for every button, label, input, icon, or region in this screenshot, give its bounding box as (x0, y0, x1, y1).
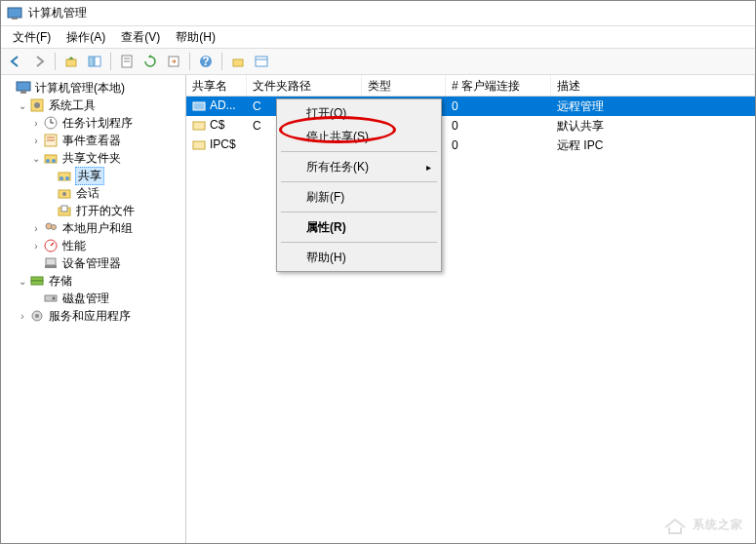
tree-open-files[interactable]: 打开的文件 (3, 202, 183, 219)
expand-icon[interactable]: › (30, 223, 42, 234)
svg-rect-14 (17, 82, 30, 91)
users-icon (43, 220, 59, 236)
svg-point-29 (65, 176, 69, 180)
expand-icon[interactable]: › (17, 311, 28, 322)
svg-point-43 (53, 297, 56, 300)
col-path[interactable]: 文件夹路径 (247, 75, 362, 96)
tree-services-apps[interactable]: › 服务和应用程序 (3, 307, 183, 325)
cell-clients: 0 (446, 136, 551, 154)
col-name[interactable]: 共享名 (186, 75, 247, 96)
forward-button[interactable] (28, 51, 50, 72)
collapse-icon[interactable]: ⌄ (17, 276, 28, 287)
ctx-separator (281, 212, 437, 213)
expand-icon[interactable]: › (30, 241, 42, 252)
menu-file[interactable]: 文件(F) (5, 27, 59, 48)
col-type[interactable]: 类型 (362, 75, 446, 96)
help-button[interactable]: ? (195, 51, 217, 72)
svg-rect-48 (193, 141, 205, 149)
refresh-button[interactable] (139, 51, 161, 72)
toolbar-separator (189, 53, 190, 70)
toolbar-separator (221, 53, 222, 70)
menu-view[interactable]: 查看(V) (113, 27, 168, 48)
tree-local-users[interactable]: › 本地用户和组 (3, 219, 183, 237)
cell-desc: 默认共享 (551, 116, 755, 136)
svg-rect-46 (193, 102, 205, 110)
col-clients[interactable]: # 客户端连接 (446, 75, 551, 96)
svg-rect-15 (20, 91, 26, 94)
tree-root[interactable]: 计算机管理(本地) (3, 79, 183, 97)
collapse-icon[interactable]: ⌄ (17, 100, 28, 111)
device-icon (43, 255, 59, 271)
svg-rect-39 (45, 265, 57, 268)
event-icon (43, 133, 59, 148)
window-title: 计算机管理 (28, 5, 87, 21)
svg-rect-1 (12, 18, 18, 19)
share-row[interactable]: AD...Cvs0远程管理 (186, 97, 755, 116)
svg-point-35 (52, 225, 57, 230)
clock-icon (43, 115, 59, 131)
ctx-all-tasks[interactable]: 所有任务(K) (279, 155, 439, 178)
tree-sessions[interactable]: 会话 (3, 184, 183, 202)
expand-icon[interactable]: › (30, 136, 42, 146)
share-row[interactable]: IPC$vs0远程 IPC (186, 136, 755, 155)
grid-body: AD...Cvs0远程管理C$Cvs0默认共享IPC$vs0远程 IPC (186, 97, 755, 155)
svg-rect-12 (256, 57, 267, 66)
ctx-properties[interactable]: 属性(R) (279, 215, 439, 239)
tree-shares[interactable]: 共享 (3, 167, 183, 184)
ctx-separator (281, 242, 437, 243)
cell-desc: 远程管理 (551, 97, 755, 117)
cell-name: AD... (210, 98, 236, 112)
svg-text:?: ? (202, 55, 209, 68)
cell-desc: 远程 IPC (551, 136, 755, 156)
share-row-icon (192, 118, 208, 134)
back-button[interactable] (5, 51, 26, 72)
expand-icon[interactable]: › (30, 118, 42, 129)
svg-rect-33 (61, 206, 67, 212)
properties-button[interactable] (116, 51, 138, 72)
svg-rect-0 (8, 8, 21, 18)
app-icon (7, 6, 22, 21)
tree-task-scheduler[interactable]: › 任务计划程序 (3, 114, 183, 132)
tree-disk-management[interactable]: 磁盘管理 (3, 290, 183, 307)
view-mode-button[interactable] (251, 51, 272, 72)
up-button[interactable] (60, 51, 82, 72)
tree-storage[interactable]: ⌄ 存储 (3, 272, 183, 290)
watermark: 系统之家 (661, 514, 743, 535)
menu-action[interactable]: 操作(A) (59, 27, 113, 48)
col-desc[interactable]: 描述 (551, 75, 755, 96)
content-panel: 共享名 文件夹路径 类型 # 客户端连接 描述 AD...Cvs0远程管理C$C… (186, 75, 755, 543)
export-button[interactable] (163, 51, 184, 72)
new-share-button[interactable] (227, 51, 249, 72)
grid-header: 共享名 文件夹路径 类型 # 客户端连接 描述 (186, 75, 755, 97)
tree-system-tools[interactable]: ⌄ 系统工具 (3, 97, 183, 114)
session-icon (57, 185, 72, 201)
svg-point-34 (46, 223, 52, 229)
collapse-icon[interactable]: ⌄ (30, 153, 42, 164)
main-area: 计算机管理(本地) ⌄ 系统工具 › 任务计划程序 › 事件查看器 ⌄ 共享文件… (1, 75, 755, 543)
cell-name: IPC$ (210, 137, 236, 151)
computer-icon (16, 80, 31, 96)
share-row[interactable]: C$Cvs0默认共享 (186, 116, 755, 136)
svg-rect-3 (89, 57, 94, 66)
ctx-refresh[interactable]: 刷新(F) (279, 185, 439, 209)
tree-performance[interactable]: › 性能 (3, 237, 183, 254)
svg-point-31 (62, 192, 66, 196)
tree-panel: 计算机管理(本地) ⌄ 系统工具 › 任务计划程序 › 事件查看器 ⌄ 共享文件… (1, 75, 186, 543)
ctx-separator (281, 181, 437, 182)
menu-help[interactable]: 帮助(H) (168, 27, 223, 48)
tree-shared-folders[interactable]: ⌄ 共享文件夹 (3, 149, 183, 167)
titlebar: 计算机管理 (1, 1, 755, 26)
svg-point-28 (60, 176, 63, 180)
svg-rect-4 (95, 57, 100, 66)
ctx-open[interactable]: 打开(O) (279, 101, 439, 125)
performance-icon (43, 238, 59, 253)
show-hide-button[interactable] (84, 51, 105, 72)
svg-point-45 (35, 314, 39, 318)
share-row-icon (192, 137, 208, 153)
tree-device-manager[interactable]: 设备管理器 (3, 254, 183, 272)
services-icon (29, 308, 45, 324)
svg-rect-40 (31, 277, 43, 281)
tree-event-viewer[interactable]: › 事件查看器 (3, 132, 183, 149)
ctx-stop-sharing[interactable]: 停止共享(S) (279, 125, 439, 148)
ctx-help[interactable]: 帮助(H) (279, 246, 439, 269)
